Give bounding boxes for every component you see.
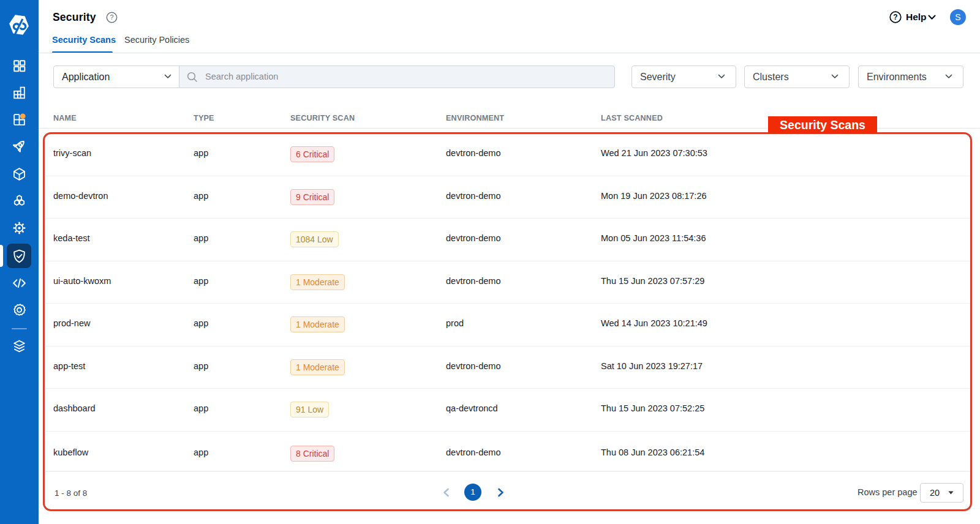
svg-text:?: ?: [110, 13, 113, 21]
svg-text:?: ?: [893, 13, 897, 21]
